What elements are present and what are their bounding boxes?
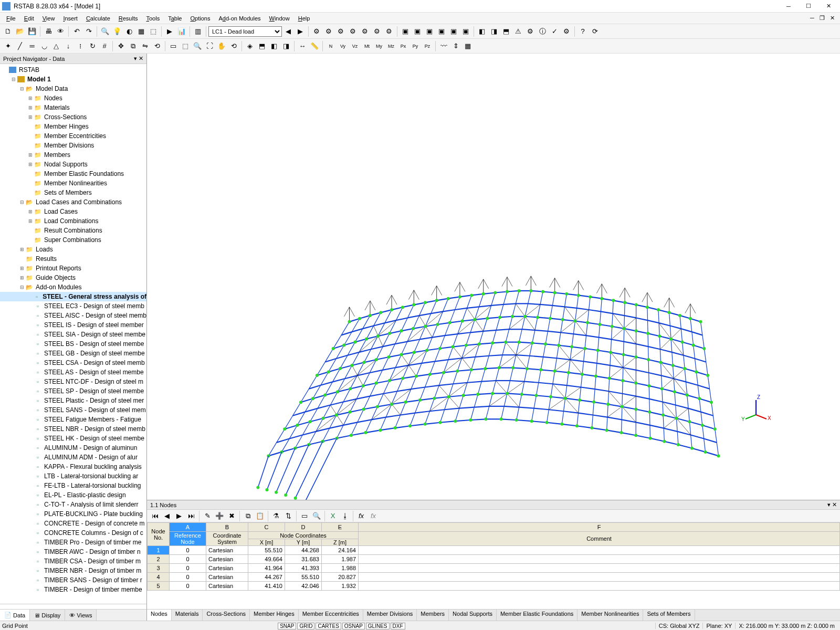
copy-icon[interactable]: ⧉ <box>127 40 139 52</box>
table-tab-member-elastic-foundations[interactable]: Member Elastic Foundations <box>497 610 578 621</box>
table-row[interactable]: 30Cartesian41.96441.3931.988 <box>148 564 840 573</box>
menu-tools[interactable]: Tools <box>142 14 164 23</box>
tree-addon-31[interactable]: ▫TIMBER - Design of timber membe <box>0 585 146 594</box>
table-nav-last-icon[interactable]: ⏭ <box>185 510 197 522</box>
tree-md-6[interactable]: ⊞📁Members <box>0 150 146 160</box>
table-tab-member-nonlinearities[interactable]: Member Nonlinearities <box>578 610 643 621</box>
table-tab-members[interactable]: Members <box>417 610 449 621</box>
module-e-icon[interactable]: ▣ <box>448 26 459 37</box>
tree-addon-6[interactable]: ▫STEEL GB - Design of steel membe <box>0 349 146 358</box>
table-panel-pin-icon[interactable]: ▾ <box>827 501 831 508</box>
result-my-icon[interactable]: My <box>373 40 385 52</box>
tool-d-icon[interactable]: ⚙ <box>347 26 359 37</box>
front-view-icon[interactable]: ◧ <box>268 40 280 52</box>
side-view-icon[interactable]: ◨ <box>280 40 292 52</box>
tree-md-4[interactable]: 📁Member Eccentricities <box>0 131 146 141</box>
top-view-icon[interactable]: ⬒ <box>256 40 268 52</box>
table-row[interactable]: 40Cartesian44.26755.51020.827 <box>148 573 840 582</box>
tree-model-data[interactable]: ⊟📂Model Data <box>0 84 146 93</box>
tree-addons[interactable]: ⊟📂Add-on Modules <box>0 282 146 292</box>
tree-addon-21[interactable]: ▫EL-PL - Elastic-plastic design <box>0 490 146 500</box>
render-icon[interactable]: ▦ <box>135 26 147 37</box>
deform-icon[interactable]: 〰 <box>438 40 449 52</box>
tree-addon-20[interactable]: ▫FE-LTB - Lateral-torsional buckling <box>0 481 146 490</box>
result-px-icon[interactable]: Px <box>397 40 409 52</box>
dim-icon[interactable]: ↔ <box>297 40 308 52</box>
nodes-table[interactable]: NodeNo. A B C D E F ReferenceNode Coordi… <box>147 522 840 591</box>
menu-help[interactable]: Help <box>294 14 314 23</box>
table-delete-icon[interactable]: ✖ <box>226 510 237 522</box>
tree-addon-24[interactable]: ▫CONCRETE - Design of concrete m <box>0 519 146 528</box>
draw-moment-icon[interactable]: ↻ <box>87 40 98 52</box>
result-n-icon[interactable]: N <box>325 40 337 52</box>
menu-insert[interactable]: Insert <box>59 14 82 23</box>
table-tab-member-divisions[interactable]: Member Divisions <box>363 610 417 621</box>
table-row[interactable]: 50Cartesian41.41042.0461.932 <box>148 582 840 591</box>
status-toggle-dxf[interactable]: DXF <box>391 623 405 629</box>
zoom-fit-icon[interactable]: ⛶ <box>204 40 215 52</box>
tree-printout[interactable]: ⊞📁Printout Reports <box>0 264 146 273</box>
view-a-icon[interactable]: ◧ <box>476 26 488 37</box>
navigator-tab-views[interactable]: 👁 Views <box>65 610 97 621</box>
tree-md-1[interactable]: ⊞📁Materials <box>0 103 146 112</box>
table-excel-icon[interactable]: X <box>327 510 339 522</box>
tree-md-8[interactable]: 📁Member Elastic Foundations <box>0 169 146 178</box>
iso-view-icon[interactable]: ◈ <box>244 40 256 52</box>
prev-lc-icon[interactable]: ◀ <box>282 26 294 37</box>
tree-addon-14[interactable]: ▫STEEL NBR - Design of steel memb <box>0 424 146 434</box>
menu-file[interactable]: File <box>2 14 20 23</box>
tree-addon-30[interactable]: ▫TIMBER SANS - Design of timber r <box>0 575 146 585</box>
menu-table[interactable]: Table <box>164 14 186 23</box>
tree-md-0[interactable]: ⊞📁Nodes <box>0 93 146 103</box>
draw-load-icon[interactable]: ↓ <box>62 40 74 52</box>
light-icon[interactable]: 💡 <box>111 26 123 37</box>
wireframe-icon[interactable]: ⬚ <box>148 26 159 37</box>
navigator-tab-display[interactable]: 🖥 Display <box>30 610 65 621</box>
undo-icon[interactable]: ↶ <box>71 26 82 37</box>
select-all-icon[interactable]: ⬚ <box>180 40 191 52</box>
status-toggle-grid[interactable]: GRID <box>297 623 314 629</box>
mdi-minimize-icon[interactable]: ─ <box>807 15 817 22</box>
tree-addon-19[interactable]: ▫LTB - Lateral-torsional buckling ar <box>0 471 146 481</box>
scale-icon[interactable]: ⇕ <box>450 40 461 52</box>
table-nav-prev-icon[interactable]: ◀ <box>161 510 173 522</box>
tree-guide[interactable]: ⊞📁Guide Objects <box>0 273 146 282</box>
table-fx2-icon[interactable]: fx <box>368 510 379 522</box>
table-row[interactable]: 20Cartesian49.66431.6831.987 <box>148 555 840 564</box>
table-tab-nodes[interactable]: Nodes <box>147 610 172 621</box>
info-icon[interactable]: ⓘ <box>537 26 548 37</box>
maximize-button[interactable]: ☐ <box>799 1 818 12</box>
update-icon[interactable]: ⟳ <box>589 26 601 37</box>
check-icon[interactable]: ✓ <box>549 26 560 37</box>
tree-lc-0[interactable]: ⊞📁Load Cases <box>0 207 146 216</box>
tree-md-2[interactable]: ⊞📁Cross-Sections <box>0 112 146 122</box>
result-py-icon[interactable]: Py <box>410 40 421 52</box>
mdi-close-icon[interactable]: ✕ <box>827 15 837 22</box>
tree-addon-0[interactable]: ▫STEEL - General stress analysis of <box>0 292 146 301</box>
view-c-icon[interactable]: ⬒ <box>500 26 512 37</box>
status-toggle-cartes[interactable]: CARTES <box>316 623 341 629</box>
table-export-icon[interactable]: ⭳ <box>339 510 351 522</box>
menu-results[interactable]: Results <box>114 14 142 23</box>
calculate-icon[interactable]: ▶ <box>164 26 175 37</box>
table-tab-nodal-supports[interactable]: Nodal Supports <box>449 610 497 621</box>
menu-addon-modules[interactable]: Add-on Modules <box>214 14 265 23</box>
table-row[interactable]: 10Cartesian55.51044.26824.164 <box>148 546 840 555</box>
tree-addon-8[interactable]: ▫STEEL AS - Design of steel membe <box>0 368 146 377</box>
table-edit-icon[interactable]: ✎ <box>202 510 213 522</box>
tree-addon-17[interactable]: ▫ALUMINUM ADM - Design of alur <box>0 453 146 462</box>
table-copy-icon[interactable]: ⧉ <box>242 510 254 522</box>
menu-view[interactable]: View <box>38 14 59 23</box>
draw-dist-icon[interactable]: ⫶ <box>75 40 86 52</box>
table-filter-icon[interactable]: ⚗ <box>270 510 282 522</box>
result-vy-icon[interactable]: Vy <box>337 40 349 52</box>
table-fx-icon[interactable]: fx <box>355 510 367 522</box>
orbit-icon[interactable]: ⟲ <box>228 40 239 52</box>
tree-addon-9[interactable]: ▫STEEL NTC-DF - Design of steel m <box>0 377 146 386</box>
result-pz-icon[interactable]: Pz <box>422 40 433 52</box>
tree-results[interactable]: 📁Results <box>0 254 146 264</box>
table-paste-icon[interactable]: 📋 <box>254 510 266 522</box>
print-icon[interactable]: 🖶 <box>43 26 54 37</box>
tree-addon-3[interactable]: ▫STEEL IS - Design of steel member <box>0 320 146 330</box>
result-mz-icon[interactable]: Mz <box>385 40 397 52</box>
